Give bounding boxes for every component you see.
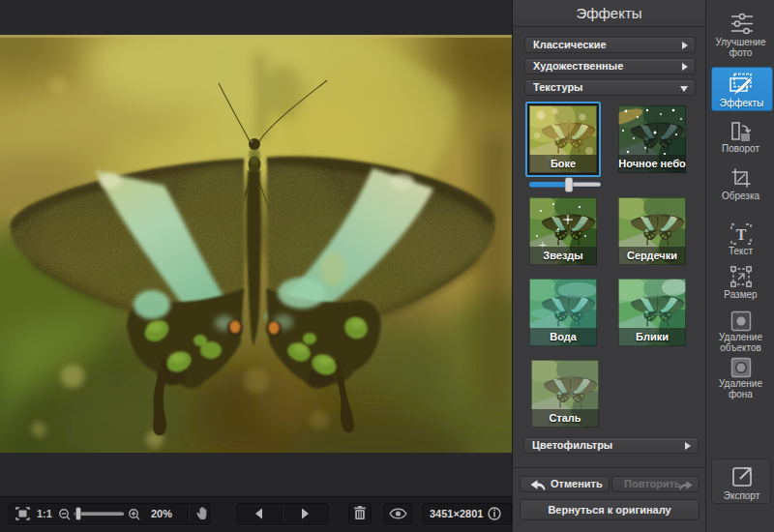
- svg-text:20%: 20%: [151, 508, 172, 519]
- svg-text:1:1: 1:1: [37, 508, 52, 519]
- svg-text:T: T: [736, 226, 747, 243]
- svg-text:3451×2801: 3451×2801: [430, 508, 483, 519]
